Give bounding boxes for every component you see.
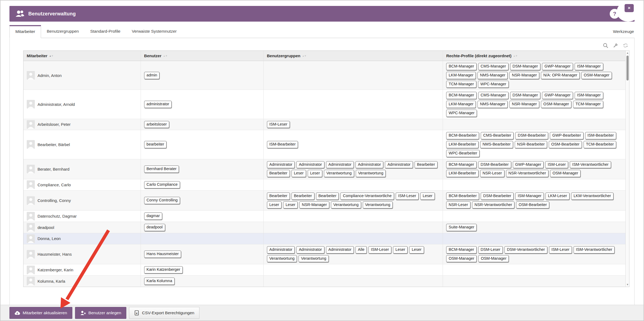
profile-badge[interactable]: ISM-Manager — [575, 92, 603, 99]
close-icon[interactable]: × — [625, 4, 634, 12]
profile-badge[interactable]: DSM-Bearbeiter — [478, 161, 511, 168]
group-badge[interactable]: Verantwortung — [331, 201, 361, 209]
table-row[interactable]: Datenschutz, Dagmardagmar — [23, 211, 625, 222]
profile-badge[interactable]: GWP-Manager — [542, 92, 573, 99]
table-row[interactable]: deadpooldeadpoolSuite-Manager — [23, 222, 625, 233]
group-badge[interactable]: Verantwortung — [324, 170, 354, 177]
profile-badge[interactable]: ISM-Bearbeiter — [585, 132, 616, 139]
group-badge[interactable]: Compliance-Verantwortliche — [340, 192, 394, 200]
profile-badge[interactable]: GWP-Manager — [542, 63, 573, 70]
group-badge[interactable]: Administrator — [326, 161, 354, 168]
group-badge[interactable]: Administrator — [296, 246, 324, 254]
user-badge[interactable]: Karin Katzenberger — [144, 266, 183, 273]
vertical-scrollbar[interactable]: ▲ ▼ — [625, 51, 629, 287]
profile-badge[interactable]: BCM-Manager — [446, 161, 476, 168]
profile-badge[interactable]: LKM-Bearbeiter — [446, 141, 479, 148]
table-row[interactable]: Controlling, ConnyConny ControllingBearb… — [23, 191, 625, 211]
refresh-icon[interactable] — [623, 43, 628, 48]
profile-badge[interactable]: GWP-Bearbeiter — [550, 132, 583, 139]
group-badge[interactable]: Administrator — [385, 161, 413, 168]
profile-badge[interactable]: LKM-Manager — [446, 101, 476, 108]
profile-badge[interactable]: ISM-Leser — [549, 246, 572, 254]
profile-badge[interactable]: BCM-Bearbeiter — [446, 192, 479, 200]
profile-badge[interactable]: NMS-Manager — [477, 101, 508, 108]
group-badge[interactable]: Bearbeiter — [316, 192, 339, 200]
group-badge[interactable]: Administrator — [267, 246, 295, 254]
group-badge[interactable]: Verantwortung — [299, 255, 329, 262]
group-badge[interactable]: Verantwortung — [363, 201, 393, 209]
tab-standard-profile[interactable]: Standard-Profile — [84, 25, 126, 38]
column-header-mitarbeiter[interactable]: Mitarbeiter▲▼ — [23, 51, 141, 61]
profile-badge[interactable]: LKM-Verantwortlicher — [571, 192, 614, 200]
group-badge[interactable]: NSR-Manager — [299, 201, 329, 209]
profile-badge[interactable]: NMS-Bearbeiter — [480, 141, 513, 148]
profile-badge[interactable]: CMS-Bearbeiter — [481, 132, 514, 139]
scroll-down-icon[interactable]: ▼ — [626, 283, 629, 286]
profile-badge[interactable]: OSM-Bearbeiter — [549, 141, 582, 148]
group-badge[interactable]: Alle — [355, 246, 367, 254]
group-badge[interactable]: Bearbeiter — [292, 192, 314, 200]
group-badge[interactable]: Administrator — [355, 161, 383, 168]
user-badge[interactable]: admin — [144, 72, 160, 79]
table-row[interactable]: Bearbeiter, BärbelbearbeiterISM-Bearbeit… — [23, 130, 625, 159]
user-badge[interactable]: Carlo Compliance — [144, 181, 180, 188]
profile-badge[interactable]: WPC-Manager — [478, 81, 509, 88]
tools-link[interactable]: Werkzeuge — [612, 25, 635, 38]
group-badge[interactable]: Leser — [409, 246, 424, 254]
group-badge[interactable]: Bearbeiter — [267, 192, 290, 200]
profile-badge[interactable]: ISM-Verantwortlicher — [570, 161, 611, 168]
profile-badge[interactable]: DSM-Bearbeiter — [481, 192, 514, 200]
group-badge[interactable]: Administrator — [267, 161, 295, 168]
profile-badge[interactable]: DSM-Verantwortlicher — [504, 246, 547, 254]
table-row[interactable]: Hausmeister, HansHans HausmeisterAdminis… — [23, 244, 625, 265]
profile-badge[interactable]: LKM-Leser — [545, 192, 570, 200]
profile-badge[interactable]: NSR-Manager — [509, 101, 539, 108]
table-row[interactable]: Berater, BernhardBernhard BeraterAdminis… — [23, 159, 625, 180]
profile-badge[interactable]: ISM-Manager — [575, 63, 603, 70]
profile-badge[interactable]: CMS-Manager — [478, 92, 509, 99]
profile-badge[interactable]: DSM-Bearbeiter — [515, 132, 548, 139]
profile-badge[interactable]: DSM-Manager — [510, 63, 540, 70]
profile-badge[interactable]: NMS-Manager — [477, 72, 508, 79]
table-row[interactable]: Katzenberger, KarinKarin Katzenberger — [23, 264, 625, 276]
user-badge[interactable]: administrator — [144, 101, 172, 108]
profile-badge[interactable]: CMS-Manager — [478, 63, 509, 70]
csv-export-button[interactable]: x CSV-Export Berechtigungen — [129, 307, 199, 319]
table-row[interactable]: Kolumna, KarlaKarla Kolumna — [23, 276, 625, 287]
profile-badge[interactable]: BCM-Manager — [446, 63, 476, 70]
group-badge[interactable]: Leser — [420, 192, 435, 200]
search-icon[interactable] — [603, 43, 608, 48]
group-badge[interactable]: Leser — [292, 170, 306, 177]
user-badge[interactable]: dagmar — [144, 212, 162, 220]
group-badge[interactable]: Leser — [393, 246, 408, 254]
profile-badge[interactable]: NSR-Verantwortlicher — [506, 170, 548, 177]
profile-badge[interactable]: WPC-Manager — [446, 110, 477, 117]
profile-badge[interactable]: OSM-Manager — [541, 101, 571, 108]
group-badge[interactable]: ISM-Leser — [396, 192, 419, 200]
profile-badge[interactable]: WPC-Bearbeiter — [446, 150, 480, 157]
group-badge[interactable]: Leser — [308, 170, 322, 177]
user-badge[interactable]: bearbeiter — [144, 141, 167, 148]
table-row[interactable]: Arbeitsloser, PeterarbeitsloserISM-Leser — [23, 119, 625, 130]
profile-badge[interactable]: N/A: OPR-Manager — [541, 72, 580, 79]
profile-badge[interactable]: NSR-Manager — [509, 72, 539, 79]
profile-badge[interactable]: DSM-Leser — [478, 246, 503, 254]
scroll-up-icon[interactable]: ▲ — [626, 52, 629, 54]
create-user-button[interactable]: Benutzer anlegen — [75, 307, 127, 319]
profile-badge[interactable]: Suite-Manager — [446, 224, 477, 231]
profile-badge[interactable]: NSR-Verantwortlicher — [472, 201, 514, 209]
user-badge[interactable]: Bernhard Berater — [144, 165, 179, 173]
update-employees-button[interactable]: Mitarbeiter aktualisieren — [9, 307, 72, 319]
user-badge[interactable]: Hans Hausmeister — [144, 251, 181, 258]
profile-badge[interactable]: TCM-Bearbeiter — [584, 141, 616, 148]
group-badge[interactable]: Verantwortung — [356, 170, 386, 177]
profile-badge[interactable]: ISM-Verantwortlicher — [574, 246, 615, 254]
profile-badge[interactable]: OSM-Manager — [446, 255, 477, 262]
profile-badge[interactable]: OSM-Manager — [550, 170, 581, 177]
group-badge[interactable]: Bearbeiter — [267, 170, 290, 177]
group-badge[interactable]: Leser — [267, 201, 282, 209]
table-row[interactable]: Admin, AntonadminBCM-ManagerCMS-ManagerD… — [23, 61, 625, 90]
user-badge[interactable]: Karla Kolumna — [144, 278, 175, 285]
user-badge[interactable]: deadpool — [144, 224, 165, 231]
column-header-benutzer[interactable]: Benutzer▲▼ — [141, 51, 264, 61]
